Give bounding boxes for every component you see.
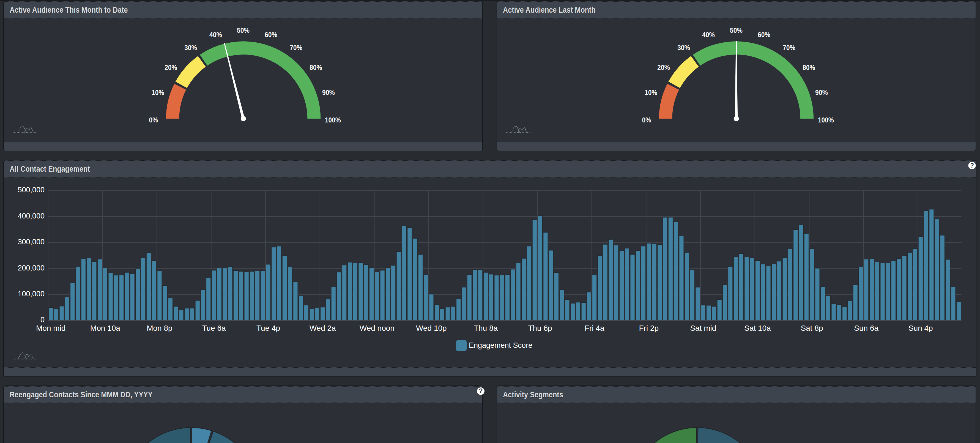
svg-text:50%: 50% xyxy=(730,26,743,34)
svg-text:60%: 60% xyxy=(265,30,277,39)
svg-text:0%: 0% xyxy=(149,116,158,124)
svg-text:Sat 10a: Sat 10a xyxy=(744,324,771,332)
svg-text:Wed 2a: Wed 2a xyxy=(310,324,336,332)
svg-text:0: 0 xyxy=(40,316,45,324)
svg-text:?: ? xyxy=(970,162,974,169)
svg-text:60%: 60% xyxy=(758,30,770,39)
svg-text:Tue 4p: Tue 4p xyxy=(256,324,280,332)
svg-text:30%: 30% xyxy=(677,43,690,52)
svg-text:80%: 80% xyxy=(310,63,322,72)
svg-text:90%: 90% xyxy=(815,88,828,97)
svg-text:?: ? xyxy=(479,387,482,395)
svg-text:Fri 2p: Fri 2p xyxy=(639,324,659,332)
svg-text:100%: 100% xyxy=(325,116,341,124)
svg-text:200,000: 200,000 xyxy=(18,264,45,272)
svg-text:50%: 50% xyxy=(237,26,250,34)
svg-text:Wed noon: Wed noon xyxy=(360,324,395,332)
svg-text:10%: 10% xyxy=(151,88,164,97)
svg-text:Mon 10a: Mon 10a xyxy=(90,324,120,332)
svg-text:90%: 90% xyxy=(322,88,335,97)
svg-text:100,000: 100,000 xyxy=(18,290,45,298)
svg-text:Wed 10p: Wed 10p xyxy=(416,324,447,332)
svg-text:70%: 70% xyxy=(290,43,302,52)
svg-text:Tue 6a: Tue 6a xyxy=(202,324,226,332)
svg-text:80%: 80% xyxy=(803,63,815,72)
svg-text:100%: 100% xyxy=(818,116,834,124)
svg-text:400,000: 400,000 xyxy=(18,212,45,220)
svg-text:40%: 40% xyxy=(209,30,222,39)
svg-text:Fri 4a: Fri 4a xyxy=(585,324,605,332)
svg-text:500,000: 500,000 xyxy=(18,186,45,194)
svg-text:Sat 8p: Sat 8p xyxy=(801,324,823,332)
svg-text:10%: 10% xyxy=(644,88,657,97)
svg-text:Thu 6p: Thu 6p xyxy=(528,324,552,332)
svg-text:40%: 40% xyxy=(702,30,715,39)
svg-text:Sat mid: Sat mid xyxy=(690,324,716,332)
svg-text:20%: 20% xyxy=(164,63,177,72)
svg-text:Mon 8p: Mon 8p xyxy=(146,324,172,332)
svg-text:30%: 30% xyxy=(185,43,197,52)
svg-text:Engagement Score: Engagement Score xyxy=(469,341,532,349)
svg-text:300,000: 300,000 xyxy=(18,238,45,246)
svg-text:20%: 20% xyxy=(657,63,670,72)
svg-text:Mon mid: Mon mid xyxy=(36,324,65,332)
svg-text:Sun 4p: Sun 4p xyxy=(908,324,933,332)
svg-text:Thu 8a: Thu 8a xyxy=(474,324,498,332)
svg-text:70%: 70% xyxy=(783,43,795,52)
svg-text:0%: 0% xyxy=(642,116,651,124)
svg-text:Sun 6a: Sun 6a xyxy=(854,324,878,332)
